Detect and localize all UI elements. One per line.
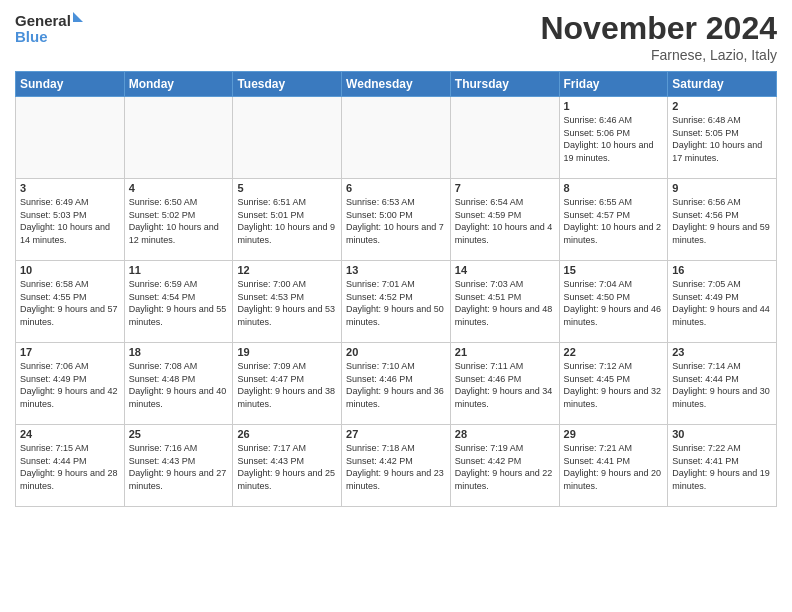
table-row: 11Sunrise: 6:59 AM Sunset: 4:54 PM Dayli… [124, 261, 233, 343]
table-row: 26Sunrise: 7:17 AM Sunset: 4:43 PM Dayli… [233, 425, 342, 507]
day-info: Sunrise: 7:06 AM Sunset: 4:49 PM Dayligh… [20, 360, 120, 410]
table-row: 21Sunrise: 7:11 AM Sunset: 4:46 PM Dayli… [450, 343, 559, 425]
table-row: 9Sunrise: 6:56 AM Sunset: 4:56 PM Daylig… [668, 179, 777, 261]
day-number: 29 [564, 428, 664, 440]
table-row: 29Sunrise: 7:21 AM Sunset: 4:41 PM Dayli… [559, 425, 668, 507]
day-info: Sunrise: 7:21 AM Sunset: 4:41 PM Dayligh… [564, 442, 664, 492]
table-row: 1Sunrise: 6:46 AM Sunset: 5:06 PM Daylig… [559, 97, 668, 179]
table-row: 20Sunrise: 7:10 AM Sunset: 4:46 PM Dayli… [342, 343, 451, 425]
day-info: Sunrise: 7:08 AM Sunset: 4:48 PM Dayligh… [129, 360, 229, 410]
day-number: 17 [20, 346, 120, 358]
day-info: Sunrise: 7:11 AM Sunset: 4:46 PM Dayligh… [455, 360, 555, 410]
day-info: Sunrise: 7:15 AM Sunset: 4:44 PM Dayligh… [20, 442, 120, 492]
day-number: 7 [455, 182, 555, 194]
day-number: 3 [20, 182, 120, 194]
day-number: 30 [672, 428, 772, 440]
day-number: 26 [237, 428, 337, 440]
logo: General Blue [15, 10, 85, 46]
table-row: 10Sunrise: 6:58 AM Sunset: 4:55 PM Dayli… [16, 261, 125, 343]
day-number: 14 [455, 264, 555, 276]
table-row: 17Sunrise: 7:06 AM Sunset: 4:49 PM Dayli… [16, 343, 125, 425]
day-info: Sunrise: 6:50 AM Sunset: 5:02 PM Dayligh… [129, 196, 229, 246]
day-info: Sunrise: 7:04 AM Sunset: 4:50 PM Dayligh… [564, 278, 664, 328]
table-row: 30Sunrise: 7:22 AM Sunset: 4:41 PM Dayli… [668, 425, 777, 507]
header-saturday: Saturday [668, 72, 777, 97]
header-tuesday: Tuesday [233, 72, 342, 97]
day-info: Sunrise: 6:48 AM Sunset: 5:05 PM Dayligh… [672, 114, 772, 164]
table-row: 14Sunrise: 7:03 AM Sunset: 4:51 PM Dayli… [450, 261, 559, 343]
table-row [124, 97, 233, 179]
table-row: 3Sunrise: 6:49 AM Sunset: 5:03 PM Daylig… [16, 179, 125, 261]
day-number: 27 [346, 428, 446, 440]
title-block: November 2024 Farnese, Lazio, Italy [540, 10, 777, 63]
page: General Blue November 2024 Farnese, Lazi… [0, 0, 792, 612]
table-row [16, 97, 125, 179]
day-number: 2 [672, 100, 772, 112]
day-info: Sunrise: 7:03 AM Sunset: 4:51 PM Dayligh… [455, 278, 555, 328]
day-number: 24 [20, 428, 120, 440]
svg-text:General: General [15, 12, 71, 29]
day-info: Sunrise: 7:00 AM Sunset: 4:53 PM Dayligh… [237, 278, 337, 328]
day-number: 9 [672, 182, 772, 194]
day-number: 25 [129, 428, 229, 440]
day-info: Sunrise: 6:53 AM Sunset: 5:00 PM Dayligh… [346, 196, 446, 246]
day-number: 4 [129, 182, 229, 194]
day-number: 6 [346, 182, 446, 194]
header-friday: Friday [559, 72, 668, 97]
header-monday: Monday [124, 72, 233, 97]
table-row: 22Sunrise: 7:12 AM Sunset: 4:45 PM Dayli… [559, 343, 668, 425]
table-row: 27Sunrise: 7:18 AM Sunset: 4:42 PM Dayli… [342, 425, 451, 507]
table-row: 18Sunrise: 7:08 AM Sunset: 4:48 PM Dayli… [124, 343, 233, 425]
svg-marker-2 [73, 12, 83, 22]
calendar-header-row: Sunday Monday Tuesday Wednesday Thursday… [16, 72, 777, 97]
table-row: 7Sunrise: 6:54 AM Sunset: 4:59 PM Daylig… [450, 179, 559, 261]
header: General Blue November 2024 Farnese, Lazi… [15, 10, 777, 63]
day-info: Sunrise: 6:58 AM Sunset: 4:55 PM Dayligh… [20, 278, 120, 328]
day-info: Sunrise: 7:01 AM Sunset: 4:52 PM Dayligh… [346, 278, 446, 328]
day-info: Sunrise: 7:18 AM Sunset: 4:42 PM Dayligh… [346, 442, 446, 492]
logo-svg: General Blue [15, 10, 85, 46]
day-info: Sunrise: 7:19 AM Sunset: 4:42 PM Dayligh… [455, 442, 555, 492]
table-row: 28Sunrise: 7:19 AM Sunset: 4:42 PM Dayli… [450, 425, 559, 507]
day-info: Sunrise: 6:46 AM Sunset: 5:06 PM Dayligh… [564, 114, 664, 164]
table-row: 19Sunrise: 7:09 AM Sunset: 4:47 PM Dayli… [233, 343, 342, 425]
table-row: 6Sunrise: 6:53 AM Sunset: 5:00 PM Daylig… [342, 179, 451, 261]
table-row: 8Sunrise: 6:55 AM Sunset: 4:57 PM Daylig… [559, 179, 668, 261]
header-sunday: Sunday [16, 72, 125, 97]
calendar-week-2: 3Sunrise: 6:49 AM Sunset: 5:03 PM Daylig… [16, 179, 777, 261]
day-number: 12 [237, 264, 337, 276]
calendar-week-5: 24Sunrise: 7:15 AM Sunset: 4:44 PM Dayli… [16, 425, 777, 507]
day-number: 11 [129, 264, 229, 276]
table-row [450, 97, 559, 179]
month-title: November 2024 [540, 10, 777, 47]
table-row: 16Sunrise: 7:05 AM Sunset: 4:49 PM Dayli… [668, 261, 777, 343]
day-number: 5 [237, 182, 337, 194]
day-info: Sunrise: 7:05 AM Sunset: 4:49 PM Dayligh… [672, 278, 772, 328]
table-row: 24Sunrise: 7:15 AM Sunset: 4:44 PM Dayli… [16, 425, 125, 507]
day-info: Sunrise: 7:22 AM Sunset: 4:41 PM Dayligh… [672, 442, 772, 492]
day-info: Sunrise: 7:09 AM Sunset: 4:47 PM Dayligh… [237, 360, 337, 410]
table-row: 15Sunrise: 7:04 AM Sunset: 4:50 PM Dayli… [559, 261, 668, 343]
day-number: 16 [672, 264, 772, 276]
day-number: 1 [564, 100, 664, 112]
svg-text:Blue: Blue [15, 28, 48, 45]
table-row: 2Sunrise: 6:48 AM Sunset: 5:05 PM Daylig… [668, 97, 777, 179]
day-number: 22 [564, 346, 664, 358]
day-info: Sunrise: 7:14 AM Sunset: 4:44 PM Dayligh… [672, 360, 772, 410]
day-info: Sunrise: 6:54 AM Sunset: 4:59 PM Dayligh… [455, 196, 555, 246]
table-row: 23Sunrise: 7:14 AM Sunset: 4:44 PM Dayli… [668, 343, 777, 425]
day-number: 21 [455, 346, 555, 358]
calendar-week-4: 17Sunrise: 7:06 AM Sunset: 4:49 PM Dayli… [16, 343, 777, 425]
day-number: 15 [564, 264, 664, 276]
day-info: Sunrise: 7:16 AM Sunset: 4:43 PM Dayligh… [129, 442, 229, 492]
table-row: 25Sunrise: 7:16 AM Sunset: 4:43 PM Dayli… [124, 425, 233, 507]
table-row: 12Sunrise: 7:00 AM Sunset: 4:53 PM Dayli… [233, 261, 342, 343]
table-row: 5Sunrise: 6:51 AM Sunset: 5:01 PM Daylig… [233, 179, 342, 261]
table-row: 13Sunrise: 7:01 AM Sunset: 4:52 PM Dayli… [342, 261, 451, 343]
day-info: Sunrise: 6:59 AM Sunset: 4:54 PM Dayligh… [129, 278, 229, 328]
table-row [233, 97, 342, 179]
day-info: Sunrise: 6:55 AM Sunset: 4:57 PM Dayligh… [564, 196, 664, 246]
day-number: 28 [455, 428, 555, 440]
day-number: 13 [346, 264, 446, 276]
day-info: Sunrise: 7:12 AM Sunset: 4:45 PM Dayligh… [564, 360, 664, 410]
